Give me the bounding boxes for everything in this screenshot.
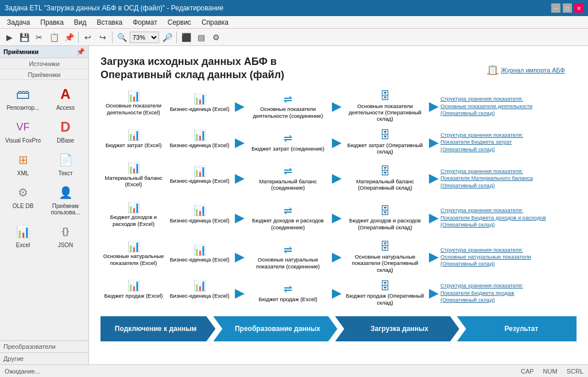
src1-row1: 📊 Основные показатели деятельности (Exce… bbox=[100, 89, 167, 117]
num-indicator: NUM bbox=[543, 368, 558, 375]
nav-result: Результат bbox=[457, 316, 577, 341]
paste-button[interactable]: 📌 bbox=[62, 30, 76, 44]
join-icon-2: ⇌ bbox=[284, 133, 292, 145]
menu-task[interactable]: Задача bbox=[2, 17, 34, 28]
xml-icon-item[interactable]: ⊞ XML bbox=[2, 148, 44, 179]
join-row1: ⇌ Основные показатели деятельности (соед… bbox=[246, 93, 330, 120]
left-panel-header: Приёмники 📌 bbox=[0, 46, 88, 58]
flow-grid: 📊 Основные показатели деятельности (Exce… bbox=[100, 89, 577, 307]
src1-row6b bbox=[100, 305, 167, 307]
result-row1: Структура хранения показателя: Основные … bbox=[440, 95, 547, 117]
toolbar: ▶ 💾 ✂ 📋 📌 ↩ ↪ 🔍 73% 50% 75% 100% 🔎 ⬛ ▤ ⚙ bbox=[0, 29, 588, 46]
src2-row3: 📊 Бизнес-единица (Excel) bbox=[167, 164, 233, 186]
zoom-in-button[interactable]: 🔎 bbox=[160, 30, 174, 44]
menu-insert[interactable]: Вставка bbox=[92, 17, 127, 28]
canvas-area[interactable]: Загрузка исходных данных АБФ вОперативны… bbox=[89, 46, 588, 364]
title-bar-text: Задача ETL "Загрузка данных АБФ в ОСД (ф… bbox=[5, 4, 223, 12]
excel-src2-icon-6: 📊 bbox=[194, 280, 206, 293]
load-row3: 🗄 Материальный баланс (Оперативный склад… bbox=[343, 164, 427, 192]
maximize-button[interactable]: □ bbox=[563, 3, 572, 13]
receivers-section-title: Приёмники bbox=[0, 69, 88, 80]
excel-src-icon-2: 📊 bbox=[127, 129, 140, 142]
zoom-control: 73% 50% 75% 100% bbox=[130, 32, 159, 43]
src2-row1: 📊 Бизнес-единица (Excel) bbox=[167, 92, 233, 113]
join-icon-4: ⇌ bbox=[284, 205, 292, 218]
src1-row3: 📊 Материальный баланс (Excel) bbox=[100, 161, 167, 188]
nav-connect: Подключение к данным bbox=[100, 316, 215, 341]
load-icon-1: 🗄 bbox=[380, 90, 390, 103]
access-icon-item[interactable]: A Access bbox=[45, 82, 86, 114]
repo-icon-item[interactable]: 🗃 Репозитор... bbox=[2, 82, 44, 114]
menu-format[interactable]: Формат bbox=[128, 17, 162, 28]
canvas-header: Загрузка исходных данных АБФ вОперативны… bbox=[100, 55, 577, 82]
menu-view[interactable]: Вид bbox=[69, 17, 91, 28]
align-left-button[interactable]: ⬛ bbox=[179, 30, 193, 44]
src1-row3b bbox=[100, 194, 167, 196]
excel-src2-icon: 📊 bbox=[194, 93, 206, 106]
join-row6: ⇌ Бюджет продаж (Excel) bbox=[246, 282, 330, 303]
align-center-button[interactable]: ▤ bbox=[194, 30, 208, 44]
src2-row5b bbox=[167, 272, 233, 274]
src1-row2: 📊 Бюджет затрат (Excel) bbox=[100, 128, 167, 149]
text-icon-item[interactable]: 📄 Текст bbox=[45, 148, 86, 179]
oledb-icon-item[interactable]: ⚙ OLE DB bbox=[2, 180, 44, 218]
undo-button[interactable]: ↩ bbox=[81, 30, 95, 44]
flow-diagram-container: 📊 Основные показатели деятельности (Exce… bbox=[100, 89, 577, 341]
menu-help[interactable]: Справка bbox=[197, 17, 233, 28]
receiver-custom-icon-item[interactable]: 👤 Приёмник пользова... bbox=[45, 180, 86, 218]
play-button[interactable]: ▶ bbox=[2, 30, 16, 44]
load-row2: 🗄 Бюджет затрат (Оперативный склад) bbox=[343, 128, 427, 156]
arrow-col5-row3: ▶ bbox=[330, 171, 343, 186]
panel-pin-icon[interactable]: 📌 bbox=[76, 48, 85, 56]
copy-button[interactable]: 📋 bbox=[47, 30, 61, 44]
journal-link[interactable]: 📋 Журнал импорта АБФ bbox=[487, 64, 565, 75]
excel-src2-icon-2: 📊 bbox=[194, 129, 206, 142]
arrow-col5-row1: ▶ bbox=[330, 99, 343, 114]
src1-row6: 📊 Бюджет продаж (Excel) bbox=[100, 279, 167, 300]
menu-service[interactable]: Сервис bbox=[163, 17, 196, 28]
excel-icon-item[interactable]: 📊 Excel bbox=[2, 220, 44, 251]
json-icon-item[interactable]: {} JSON bbox=[45, 220, 86, 251]
scrl-indicator: SCRL bbox=[567, 368, 583, 375]
load-row1: 🗄 Основные показатели деятельности (Опер… bbox=[343, 89, 427, 124]
load-icon-3: 🗄 bbox=[380, 166, 390, 178]
excel-src-icon-3: 📊 bbox=[127, 162, 140, 175]
menu-bar: Задача Правка Вид Вставка Формат Сервис … bbox=[0, 16, 588, 29]
others-section[interactable]: Другие bbox=[0, 352, 88, 364]
src1-row4: 📊 Бюджет доходов и расходов (Excel) bbox=[100, 201, 167, 228]
redo-button[interactable]: ↪ bbox=[96, 30, 110, 44]
receiver-custom-label: Приёмник пользова... bbox=[47, 203, 84, 216]
zoom-out-button[interactable]: 🔍 bbox=[115, 30, 129, 44]
zoom-select[interactable]: 73% 50% 75% 100% bbox=[130, 32, 159, 43]
visual-icon-item[interactable]: VF Visual FoxPro bbox=[2, 115, 44, 147]
arrow-col3-row4: ▶ bbox=[233, 210, 246, 225]
transformers-section[interactable]: Преобразователи bbox=[0, 340, 88, 352]
dbase-icon-item[interactable]: D DBase bbox=[45, 115, 86, 147]
load-icon-5: 🗄 bbox=[380, 241, 390, 253]
excel-src2-icon-4: 📊 bbox=[194, 205, 206, 217]
save-button[interactable]: 💾 bbox=[17, 30, 31, 44]
status-right: CAP NUM SCRL bbox=[521, 368, 583, 375]
result-row2: Структура хранения показателя: Показател… bbox=[440, 132, 547, 153]
excel-src-icon-4: 📊 bbox=[127, 202, 140, 214]
arrow-col5-row4: ▶ bbox=[330, 210, 343, 225]
menu-edit[interactable]: Правка bbox=[36, 17, 68, 28]
close-button[interactable]: ✕ bbox=[574, 3, 583, 13]
arrow-col5-row6: ▶ bbox=[330, 286, 343, 301]
repo-label: Репозитор... bbox=[7, 105, 40, 111]
src2-row6: 📊 Бизнес-единица (Excel) bbox=[167, 279, 233, 300]
join-icon: ⇌ bbox=[284, 94, 292, 106]
oledb-label: OLE DB bbox=[13, 203, 34, 209]
nav-load: Загрузка данных bbox=[335, 316, 459, 341]
src1-row2b bbox=[100, 154, 167, 156]
result-row6: Структура хранения показателя: Показател… bbox=[440, 282, 547, 303]
arrow-col7-row6: ▶ bbox=[427, 286, 440, 301]
arrow-col7-row4: ▶ bbox=[427, 210, 440, 225]
src2-row2: 📊 Бизнес-единица (Excel) bbox=[167, 128, 233, 149]
cut-button[interactable]: ✂ bbox=[32, 30, 46, 44]
minimize-button[interactable]: ─ bbox=[551, 3, 560, 13]
load-row6: 🗄 Бюджет продаж (Оперативный склад) bbox=[343, 279, 427, 307]
properties-button[interactable]: ⚙ bbox=[209, 30, 223, 44]
join-row3: ⇌ Материальный баланс (соединение) bbox=[246, 164, 330, 192]
load-row5: 🗄 Основные натуральные показатели (Опера… bbox=[343, 240, 427, 274]
